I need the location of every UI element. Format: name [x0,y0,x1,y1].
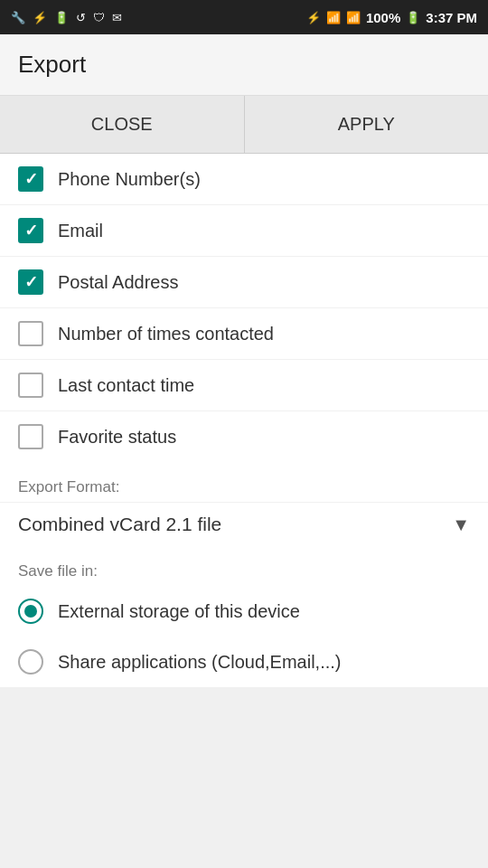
email-icon: ✉ [112,11,122,24]
radio-list: External storage of this deviceShare app… [0,586,488,687]
radio-item[interactable]: External storage of this device [0,586,488,637]
checkbox-box[interactable] [18,269,43,295]
battery-small-icon: 🔋 [54,11,69,24]
content-area: Phone Number(s)EmailPostal AddressNumber… [0,154,488,687]
export-format-dropdown[interactable]: Combined vCard 2.1 file ▼ [0,502,488,546]
status-bar-right-area: ⚡ 📶 📶 100% 🔋 3:37 PM [306,10,477,25]
radio-inner [24,605,37,618]
save-file-label: Save file in: [0,546,488,586]
checkbox-box[interactable] [18,373,43,398]
page-title: Export [18,51,86,79]
checkbox-label: Phone Number(s) [58,169,201,190]
checkbox-item[interactable]: Phone Number(s) [0,154,488,204]
checkbox-box[interactable] [18,424,43,449]
checkbox-item[interactable]: Favorite status [0,410,488,462]
checkbox-label: Last contact time [58,375,194,396]
radio-label: External storage of this device [58,601,300,622]
chevron-down-icon: ▼ [452,514,470,535]
radio-outer[interactable] [18,599,43,624]
export-format-value: Combined vCard 2.1 file [18,514,221,535]
checkbox-box[interactable] [18,166,43,192]
checkbox-label: Postal Address [58,272,178,293]
checkbox-item[interactable]: Last contact time [0,359,488,410]
wrench-icon: 🔧 [11,11,25,24]
header: Export [0,34,488,96]
status-bar-icons: 🔧 ⚡ 🔋 ↺ 🛡 ✉ [11,11,122,24]
checkbox-label: Email [58,221,103,241]
radio-label: Share applications (Cloud,Email,...) [58,652,341,673]
radio-outer[interactable] [18,649,43,675]
usb-icon: ⚡ [33,11,47,24]
refresh-icon: ↺ [76,11,86,24]
battery-icon: 🔋 [406,11,420,24]
bluetooth-icon: ⚡ [306,11,321,24]
checkbox-box[interactable] [18,321,43,346]
shield-icon: 🛡 [93,11,105,24]
checkbox-item[interactable]: Email [0,204,488,256]
checkbox-list: Phone Number(s)EmailPostal AddressNumber… [0,154,488,462]
time-display: 3:37 PM [426,10,477,25]
battery-percent: 100% [366,10,400,25]
checkbox-item[interactable]: Postal Address [0,256,488,307]
wifi-icon: 📶 [326,11,341,24]
checkbox-label: Number of times contacted [58,324,274,344]
status-bar: 🔧 ⚡ 🔋 ↺ 🛡 ✉ ⚡ 📶 📶 100% 🔋 3:37 PM [0,0,488,34]
bottom-area [0,687,488,868]
action-button-row: CLOSE APPLY [0,96,488,154]
signal-icon: 📶 [346,11,361,24]
radio-item[interactable]: Share applications (Cloud,Email,...) [0,637,488,687]
export-format-label: Export Format: [0,462,488,502]
checkbox-label: Favorite status [58,427,176,448]
checkbox-item[interactable]: Number of times contacted [0,307,488,359]
apply-button[interactable]: APPLY [245,96,489,153]
checkbox-box[interactable] [18,218,43,243]
close-button[interactable]: CLOSE [0,96,245,153]
